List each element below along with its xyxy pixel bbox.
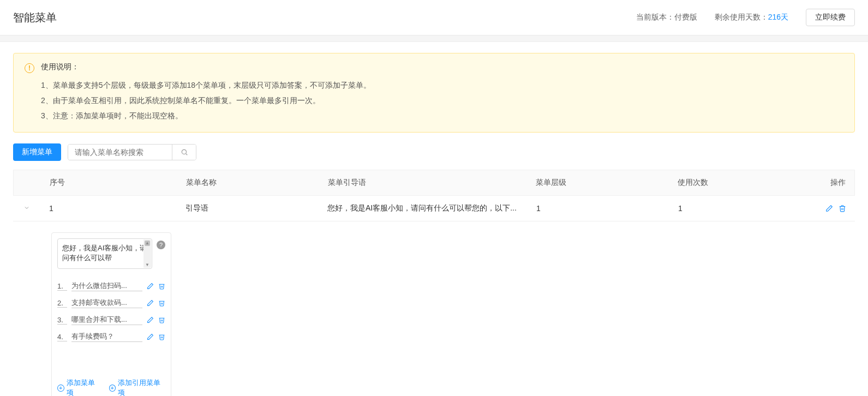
th-guide: 菜单引导语 [319,170,527,195]
add-menu-item-link[interactable]: + 添加菜单项 [57,378,100,396]
edit-button[interactable] [825,205,833,212]
cell-usage: 1 [669,196,811,220]
cell-level: 1 [528,196,669,220]
help-icon[interactable]: ? [157,241,165,249]
edit-item-button[interactable] [147,299,154,307]
edit-icon [147,316,154,323]
warning-icon: ! [25,63,34,73]
th-action: 操作 [811,170,854,195]
alert-line: 2、由于菜单会互相引用，因此系统控制菜单名不能重复。一个菜单最多引用一次。 [41,93,843,108]
list-item: 1. 为什么微信扫码... [57,278,165,295]
menu-detail-card: 您好，我是AI客服小知，请问有什么可以帮 ▲ ▼ ? 1. 为什么微信扫码... [51,232,171,396]
th-seq: 序号 [41,170,177,195]
item-number: 4. [57,333,67,341]
search-button[interactable] [172,145,196,160]
usage-alert: ! 使用说明： 1、菜单最多支持5个层级，每级最多可添加18个菜单项，末层级只可… [13,53,855,133]
trash-icon [839,205,846,212]
th-name: 菜单名称 [177,170,319,195]
search-input[interactable] [68,145,172,160]
delete-item-button[interactable] [158,333,165,340]
expand-toggle[interactable] [23,205,30,213]
th-usage: 使用次数 [669,170,811,195]
delete-item-button[interactable] [158,316,165,323]
svg-point-0 [182,149,186,154]
trash-icon [158,316,165,323]
plus-circle-icon: + [109,385,116,392]
version-info: 当前版本：付费版 [636,13,697,22]
edit-icon [147,283,154,290]
days-value: 216天 [768,13,788,21]
trash-icon [158,333,165,340]
scroll-down-icon: ▼ [143,262,151,267]
delete-item-button[interactable] [158,283,165,290]
list-item: 2. 支持邮寄收款码... [57,295,165,311]
item-number: 1. [57,282,67,291]
list-item: 4. 有手续费吗？ [57,328,165,345]
menu-table: 序号 菜单名称 菜单引导语 菜单层级 使用次数 操作 1 引导语 您好，我是AI… [13,170,855,396]
header-info: 当前版本：付费版 剩余使用天数：216天 立即续费 [636,9,855,26]
item-label: 哪里合并和下载... [71,315,142,325]
edit-item-button[interactable] [147,333,154,340]
delete-item-button[interactable] [158,299,165,307]
divider [0,35,868,42]
guide-text-box[interactable]: 您好，我是AI客服小知，请问有什么可以帮 ▲ ▼ [57,238,152,269]
page-title: 智能菜单 [13,10,57,25]
cell-name: 引导语 [177,196,319,221]
cell-seq: 1 [40,196,177,220]
item-label: 为什么微信扫码... [71,281,142,291]
scroll-up-icon: ▲ [143,240,151,245]
renew-button[interactable]: 立即续费 [806,9,855,26]
table-header: 序号 菜单名称 菜单引导语 菜单层级 使用次数 操作 [13,170,855,196]
item-label: 支持邮寄收款码... [71,298,142,308]
item-label: 有手续费吗？ [71,332,142,342]
item-number: 2. [57,299,67,308]
edit-item-button[interactable] [147,316,154,323]
chevron-down-icon [23,205,30,211]
scrollbar[interactable]: ▲ ▼ [143,239,151,268]
edit-item-button[interactable] [147,283,154,290]
edit-icon [825,205,833,212]
toolbar: 新增菜单 [13,143,855,161]
search-box [68,144,196,160]
edit-icon [147,333,154,340]
row-expanded-detail: 您好，我是AI客服小知，请问有什么可以帮 ▲ ▼ ? 1. 为什么微信扫码... [13,221,855,396]
svg-line-1 [185,154,187,155]
search-icon [181,148,188,156]
alert-line: 1、菜单最多支持5个层级，每级最多可添加18个菜单项，末层级只可添加答案，不可添… [41,77,843,93]
edit-icon [147,299,154,307]
add-ref-menu-item-link[interactable]: + 添加引用菜单项 [109,378,165,396]
new-menu-button[interactable]: 新增菜单 [13,143,61,161]
trash-icon [158,283,165,290]
trash-icon [158,299,165,307]
cell-guide: 您好，我是AI客服小知，请问有什么可以帮您的，以下... [319,196,528,221]
item-number: 3. [57,316,67,325]
th-level: 菜单层级 [527,170,669,195]
page-header: 智能菜单 当前版本：付费版 剩余使用天数：216天 立即续费 [0,0,868,35]
menu-items-list: 1. 为什么微信扫码... 2. 支持邮寄收款码... [57,278,165,345]
alert-line: 3、注意：添加菜单项时，不能出现空格。 [41,108,843,123]
alert-title: 使用说明： [41,62,843,72]
plus-circle-icon: + [57,385,64,392]
days-info: 剩余使用天数：216天 [715,13,788,22]
delete-button[interactable] [839,205,846,212]
table-row: 1 引导语 您好，我是AI客服小知，请问有什么可以帮您的，以下... 1 1 [13,196,855,221]
list-item: 3. 哪里合并和下载... [57,311,165,328]
